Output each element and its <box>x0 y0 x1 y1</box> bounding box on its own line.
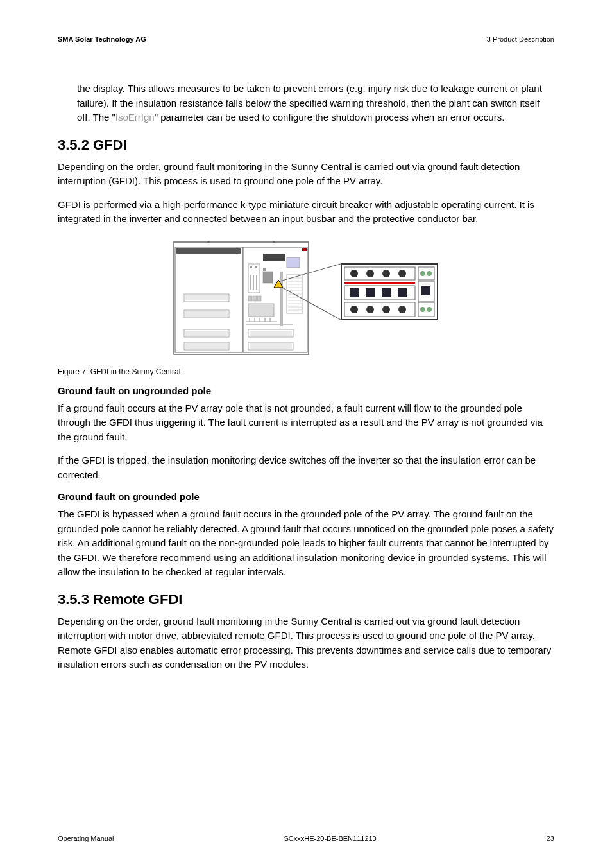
intro-text-post: " parameter can be used to configure the… <box>155 112 505 123</box>
sub1-p1: If a ground fault occurs at the PV array… <box>58 401 554 445</box>
svg-rect-37 <box>248 296 252 301</box>
svg-rect-28 <box>287 257 300 268</box>
gfdi-diagram: ! <box>171 239 441 358</box>
svg-rect-30 <box>250 266 252 268</box>
svg-point-83 <box>427 271 432 276</box>
svg-point-77 <box>350 270 358 277</box>
svg-point-6 <box>273 241 275 243</box>
svg-rect-27 <box>263 254 285 261</box>
svg-rect-39 <box>257 296 261 301</box>
section-352-p2: GFDI is performed via a high-performance… <box>58 198 554 227</box>
footer-doc-type: Operating Manual <box>58 835 114 842</box>
sub1-p2: If the GFDI is tripped, the insulation m… <box>58 453 554 482</box>
sub1-heading: Ground fault on ungrounded pole <box>58 385 554 396</box>
svg-text:!: ! <box>277 282 279 288</box>
header-company-name: SMA Solar Technology AG <box>58 35 146 43</box>
page-header: SMA Solar Technology AG 3 Product Descri… <box>58 35 554 43</box>
svg-point-94 <box>366 306 374 313</box>
section-352-heading: 3.5.2 GFDI <box>58 137 554 153</box>
svg-point-99 <box>427 307 432 312</box>
svg-rect-3 <box>176 248 241 254</box>
section-353-heading: 3.5.3 Remote GFDI <box>58 591 554 608</box>
svg-point-93 <box>350 306 358 313</box>
intro-paragraph: the display. This allows measures to be … <box>58 82 554 125</box>
svg-point-79 <box>382 270 390 277</box>
parameter-name: IsoErrIgn <box>115 112 155 123</box>
svg-point-78 <box>366 270 374 277</box>
svg-rect-35 <box>263 272 273 283</box>
svg-rect-88 <box>382 288 391 297</box>
svg-rect-87 <box>366 288 375 297</box>
footer-doc-code: SCxxxHE-20-BE-BEN111210 <box>284 835 376 842</box>
figure-7-caption: Figure 7: GFDI in the Sunny Central <box>58 367 554 376</box>
svg-rect-36 <box>263 268 266 271</box>
svg-rect-91 <box>421 286 430 295</box>
svg-rect-31 <box>255 266 257 268</box>
svg-point-95 <box>382 306 390 313</box>
figure-7-container: ! <box>58 239 554 358</box>
svg-rect-40 <box>248 304 274 317</box>
svg-rect-86 <box>350 288 359 297</box>
svg-point-96 <box>398 306 406 313</box>
svg-rect-89 <box>398 288 407 297</box>
page-footer: Operating Manual SCxxxHE-20-BE-BEN111210… <box>58 835 554 842</box>
svg-rect-4 <box>302 248 307 251</box>
section-352-p1: Depending on the order, ground fault mon… <box>58 160 554 189</box>
svg-rect-48 <box>280 272 283 326</box>
svg-rect-38 <box>253 296 257 301</box>
footer-page-number: 23 <box>547 835 554 842</box>
svg-point-80 <box>398 270 406 277</box>
svg-point-82 <box>420 271 425 276</box>
section-353-p1: Depending on the order, ground fault mon… <box>58 614 554 672</box>
svg-point-5 <box>207 241 210 243</box>
sub2-p1: The GFDI is bypassed when a ground fault… <box>58 507 554 580</box>
header-section-title: 3 Product Description <box>487 35 554 43</box>
svg-point-98 <box>420 307 425 312</box>
sub2-heading: Ground fault on grounded pole <box>58 491 554 502</box>
